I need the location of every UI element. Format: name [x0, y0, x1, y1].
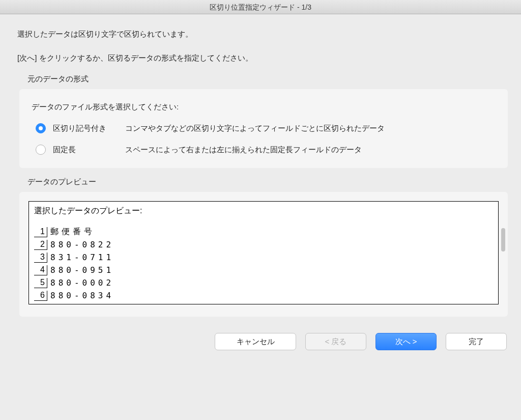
preview-row-number: 3 — [34, 253, 47, 263]
preview-row: 4880-0951 — [34, 264, 493, 276]
radio-fixed-desc: スペースによって右または左に揃えられた固定長フィールドのデータ — [125, 145, 362, 155]
finish-button[interactable]: 完了 — [446, 333, 507, 350]
preview-row-number: 2 — [34, 240, 47, 250]
preview-row-number: 6 — [34, 291, 47, 301]
radio-fixed-label: 固定長 — [53, 145, 119, 155]
preview-row-value: 880-0951 — [47, 265, 114, 275]
preview-section-label: データのプレビュー — [27, 177, 512, 187]
preview-row-number: 1 — [34, 227, 47, 237]
format-instruction: データのファイル形式を選択してください: — [32, 102, 496, 112]
preview-panel: 選択したデータのプレビュー: 1郵便番号2880-08223831-071148… — [19, 192, 508, 317]
preview-row: 3831-0711 — [34, 251, 493, 264]
preview-title: 選択したデータのプレビュー: — [34, 206, 493, 216]
back-button: < 戻る — [305, 333, 366, 350]
preview-row-value: 郵便番号 — [47, 227, 95, 237]
intro-line-2: [次へ] をクリックするか、区切るデータの形式を指定してください。 — [17, 53, 512, 63]
radio-delimited-desc: コンマやタブなどの区切り文字によってフィールドごとに区切られたデータ — [125, 124, 385, 133]
format-panel: データのファイル形式を選択してください: 区切り記号付き コンマやタブなどの区切… — [19, 89, 508, 168]
wizard-content: 選択したデータは区切り文字で区切られています。 [次へ] をクリックするか、区切… — [0, 14, 521, 322]
preview-scrollbar-thumb[interactable] — [501, 228, 505, 251]
preview-row: 2880-0822 — [34, 238, 493, 251]
preview-row-number: 5 — [34, 278, 47, 288]
radio-delimited-label: 区切り記号付き — [53, 124, 119, 133]
preview-row-value: 880-0822 — [47, 240, 114, 249]
button-bar: キャンセル < 戻る 次へ > 完了 — [0, 322, 521, 362]
preview-table: 1郵便番号2880-08223831-07114880-09515880-000… — [34, 226, 493, 302]
preview-box: 選択したデータのプレビュー: 1郵便番号2880-08223831-071148… — [28, 201, 499, 304]
preview-row: 5880-0002 — [34, 276, 493, 289]
radio-row-fixed[interactable]: 固定長 スペースによって右または左に揃えられた固定長フィールドのデータ — [32, 145, 496, 155]
next-button[interactable]: 次へ > — [375, 333, 437, 350]
radio-fixed[interactable] — [36, 145, 46, 155]
radio-delimited[interactable] — [36, 123, 46, 133]
preview-row-value: 880-0002 — [47, 278, 114, 288]
window-title: 区切り位置指定ウィザード - 1/3 — [0, 0, 521, 14]
cancel-button[interactable]: キャンセル — [215, 333, 296, 350]
format-section-label: 元のデータの形式 — [27, 74, 512, 84]
intro-line-1: 選択したデータは区切り文字で区切られています。 — [17, 30, 512, 39]
radio-row-delimited[interactable]: 区切り記号付き コンマやタブなどの区切り文字によってフィールドごとに区切られたデ… — [32, 123, 496, 133]
preview-row-number: 4 — [34, 265, 47, 275]
preview-row-value: 831-0711 — [47, 253, 114, 262]
preview-row: 6880-0834 — [34, 289, 493, 302]
preview-row: 1郵便番号 — [34, 226, 493, 238]
preview-row-value: 880-0834 — [47, 291, 114, 300]
